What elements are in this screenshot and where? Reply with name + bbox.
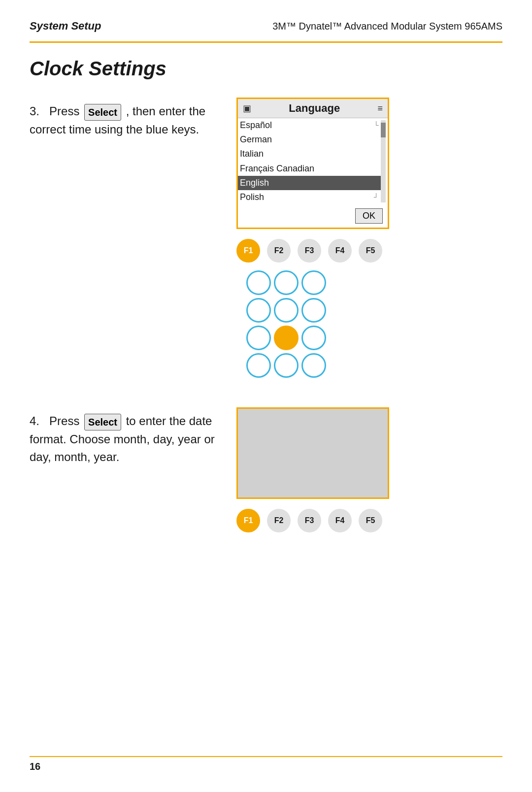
keypad-key-10[interactable] (246, 353, 271, 378)
fkey-f1-2[interactable]: F1 (236, 509, 260, 532)
lang-item-francais[interactable]: Français Canadian (238, 162, 381, 176)
ok-button[interactable]: OK (355, 208, 383, 224)
lang-item-italian[interactable]: Italian (238, 147, 381, 161)
fkey-f3-2[interactable]: F3 (298, 509, 321, 532)
date-format-screen (236, 407, 389, 499)
fkey-f2-1[interactable]: F2 (267, 239, 291, 263)
select-key-badge-4: Select (84, 414, 121, 430)
keypad-key-12[interactable] (301, 353, 326, 378)
page-header: System Setup 3M™ Dynatel™ Advanced Modul… (30, 20, 502, 33)
fkey-f3-1[interactable]: F3 (298, 239, 321, 263)
step-3-text: 3. Press Select , then enter the correct… (30, 98, 217, 138)
step-4-text: 4. Press Select to enter the date format… (30, 407, 217, 466)
step-3-row: 3. Press Select , then enter the correct… (30, 98, 502, 383)
fkey-f2-2[interactable]: F2 (267, 509, 291, 532)
lang-item-german[interactable]: German (238, 132, 381, 147)
gray-screen-area (238, 409, 388, 497)
page-title: Clock Settings (30, 58, 502, 80)
section-label: System Setup (30, 20, 101, 33)
lang-titlebar-menu-icon: ≡ (377, 103, 383, 114)
step-3-text-before: Press (49, 104, 79, 118)
lang-list: Español └ German Italian Français Canadi… (238, 118, 381, 204)
select-key-badge-3: Select (84, 104, 121, 121)
step-3-device: ▣ Language ≡ Español └ German Italian (236, 98, 394, 383)
keypad-key-5[interactable] (274, 298, 299, 323)
page-number: 16 (30, 761, 40, 772)
step-4-text-before: Press (49, 414, 79, 428)
fkey-f1-1[interactable]: F1 (236, 239, 260, 263)
keypad-key-2[interactable] (274, 270, 299, 295)
step-4-number: 4. (30, 414, 39, 428)
fkey-f5-2[interactable]: F5 (359, 509, 382, 532)
language-screen: ▣ Language ≡ Español └ German Italian (236, 98, 389, 229)
fkeys-row-1: F1 F2 F3 F4 F5 (236, 236, 394, 265)
keypad-key-7[interactable] (246, 326, 271, 350)
keypad-key-9[interactable] (301, 326, 326, 350)
fkey-f4-1[interactable]: F4 (328, 239, 352, 263)
fkeys-row-2: F1 F2 F3 F4 F5 (236, 506, 394, 535)
lang-ok-row: OK (238, 204, 388, 228)
footer: 16 (30, 756, 502, 772)
footer-divider (30, 756, 502, 757)
keypad-key-8-orange[interactable] (274, 326, 299, 350)
step-4-row: 4. Press Select to enter the date format… (30, 407, 502, 535)
header-divider (30, 41, 502, 43)
fkey-f5-1[interactable]: F5 (359, 239, 382, 263)
lang-scrollbar (381, 120, 386, 202)
keypad-key-11[interactable] (274, 353, 299, 378)
fkey-f4-2[interactable]: F4 (328, 509, 352, 532)
step-4-device: F1 F2 F3 F4 F5 (236, 407, 394, 535)
lang-screen-title: Language (251, 102, 377, 115)
keypad-key-6[interactable] (301, 298, 326, 323)
lang-titlebar: ▣ Language ≡ (238, 99, 388, 118)
keypad-key-1[interactable] (246, 270, 271, 295)
lang-list-container: Español └ German Italian Français Canadi… (238, 118, 388, 204)
product-name: 3M™ Dynatel™ Advanced Modular System 965… (272, 21, 502, 32)
step-3-number: 3. (30, 104, 39, 118)
keypad-key-4[interactable] (246, 298, 271, 323)
lang-scrollbar-thumb (381, 123, 386, 137)
lang-titlebar-left-icon: ▣ (243, 103, 251, 114)
lang-item-english[interactable]: English (238, 176, 381, 190)
keypad-grid (236, 265, 394, 383)
keypad-key-3[interactable] (301, 270, 326, 295)
lang-item-polish[interactable]: Polish ┘ (238, 190, 381, 204)
lang-item-espanol[interactable]: Español └ (238, 118, 381, 132)
